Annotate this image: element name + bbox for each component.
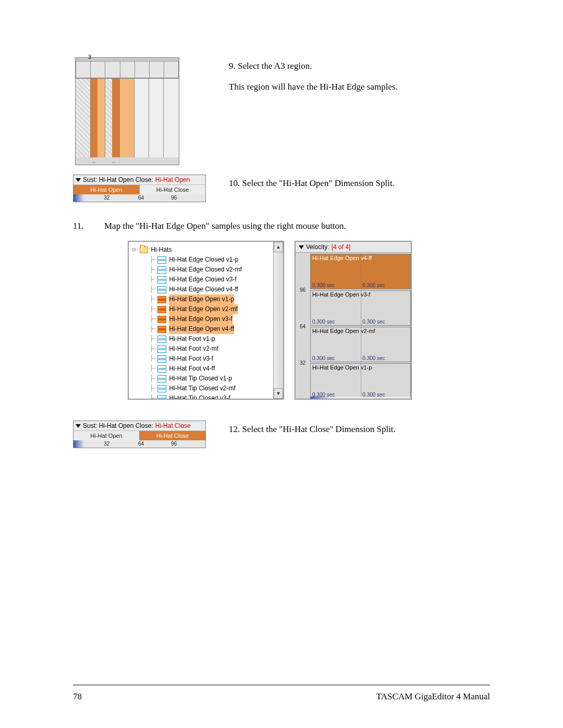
step12-figure: Sust: Hi-Hat Open Close: Hi-Hat Close Hi… [73, 421, 211, 448]
dimension-header-value: Hi-Hat Open [155, 176, 190, 183]
tree-item[interactable]: ├┈Hi-Hat Foot v1-p [132, 334, 272, 344]
split-hi-hat-close[interactable]: Hi-Hat Close [140, 431, 205, 440]
velocity-header[interactable]: Velocity: [4 of 4] [296, 242, 411, 253]
waveform-icon [157, 395, 166, 400]
step9-line2: This region will have the Hi-Hat Edge sa… [229, 80, 490, 94]
step12-row: Sust: Hi-Hat Open Close: Hi-Hat Close Hi… [73, 421, 490, 448]
step9-figure: 3 [73, 57, 211, 165]
tree-item[interactable]: ├┈Hi-Hat Edge Open v1-p [132, 294, 272, 304]
manual-title: TASCAM GigaEditor 4 Manual [376, 692, 490, 702]
footer: 78 TASCAM GigaEditor 4 Manual [73, 692, 490, 702]
velocity-grid[interactable]: 96 64 32 Hi-Hat Edge Open v4-ff0.300 sec… [296, 254, 411, 399]
page-number: 78 [73, 692, 82, 702]
tree-item[interactable]: ├┈Hi-Hat Edge Closed v1-p [132, 255, 272, 265]
tree-item-label: Hi-Hat Edge Open v3-f [169, 314, 232, 324]
tree-item-label: Hi-Hat Edge Closed v3-f [169, 275, 236, 285]
tree-item[interactable]: ├┈Hi-Hat Foot v3-f [132, 354, 272, 364]
waveform-icon [157, 385, 166, 392]
waveform-icon [157, 336, 166, 343]
waveform-icon [157, 306, 166, 313]
tree-item[interactable]: ├┈Hi-Hat Tip Closed v3-f [132, 393, 272, 400]
tree-item[interactable]: ├┈Hi-Hat Edge Open v4-ff [132, 324, 272, 334]
tree-item[interactable]: ├┈Hi-Hat Tip Closed v1-p [132, 374, 272, 384]
velocity-panel: Velocity: [4 of 4] 96 64 32 Hi-Hat Edge … [295, 241, 412, 400]
tree-item-label: Hi-Hat Foot v2-mf [169, 344, 218, 354]
tree-item-label: Hi-Hat Edge Closed v1-p [169, 255, 238, 265]
tree-item-label: Hi-Hat Edge Open v1-p [169, 294, 234, 304]
velocity-cell-sec-left: 0.300 sec [312, 355, 335, 361]
dimension-splits[interactable]: Hi-Hat Open Hi-Hat Close [74, 431, 205, 440]
velocity-cell-title: Hi-Hat Edge Open v4-ff [312, 255, 372, 261]
velocity-cell[interactable]: Hi-Hat Edge Open v4-ff0.300 sec0.300 sec [310, 254, 411, 289]
tree-item[interactable]: ├┈Hi-Hat Edge Open v2-mf [132, 304, 272, 314]
sample-tree-body[interactable]: ⊟┈ Hi-Hats ├┈Hi-Hat Edge Closed v1-p├┈Hi… [129, 242, 274, 399]
tree-item[interactable]: ├┈Hi-Hat Edge Closed v4-ff [132, 285, 272, 294]
velocity-cell-title: Hi-Hat Edge Open v2-mf [312, 328, 375, 334]
dimension-header-value: Hi-Hat Close [155, 422, 191, 429]
tree-item-label: Hi-Hat Foot v1-p [169, 334, 215, 344]
waveform-icon [157, 296, 166, 303]
velocity-cell[interactable]: Hi-Hat Edge Open v3-f0.300 sec0.300 sec [310, 290, 411, 326]
folder-icon [140, 246, 148, 253]
step12-text: 12. Select the "Hi-Hat Close" Dimension … [229, 421, 490, 443]
chevron-down-icon [299, 245, 304, 249]
sample-tree-panel: ⊟┈ Hi-Hats ├┈Hi-Hat Edge Closed v1-p├┈Hi… [128, 241, 284, 400]
velocity-cell-sec-left: 0.300 sec [312, 282, 335, 288]
page: 3 [0, 0, 563, 728]
scroll-up-button[interactable]: ▲ [274, 242, 283, 252]
waveform-icon [157, 256, 166, 264]
dimension-splits[interactable]: Hi-Hat Open Hi-Hat Close [74, 185, 205, 194]
footer-rule [73, 685, 490, 685]
tree-item[interactable]: ├┈Hi-Hat Edge Closed v3-f [132, 275, 272, 285]
velocity-cell-sec-left: 0.300 sec [312, 319, 335, 325]
waveform-icon [157, 266, 166, 274]
octave-marker: 3 [88, 54, 91, 60]
tree-item-label: Hi-Hat Tip Closed v2-mf [169, 384, 235, 393]
scroll-down-button[interactable]: ▼ [274, 388, 283, 399]
waveform-icon [157, 375, 166, 382]
scrollbar[interactable]: ▲ ▼ [273, 242, 283, 399]
tree-item-label: Hi-Hat Tip Closed v3-f [169, 393, 230, 400]
step11-text: Map the "Hi-Hat Edge Open" samples using… [104, 221, 346, 231]
split-hi-hat-close[interactable]: Hi-Hat Close [140, 185, 205, 194]
split-hi-hat-open[interactable]: Hi-Hat Open [74, 185, 140, 194]
velocity-cell-title: Hi-Hat Edge Open v1-p [312, 364, 372, 371]
velocity-header-value: [4 of 4] [332, 243, 351, 251]
step10-row: Sust: Hi-Hat Open Close: Hi-Hat Open Hi-… [73, 175, 490, 202]
waveform-icon [157, 355, 166, 363]
tree-item-label: Hi-Hat Edge Open v2-mf [169, 304, 237, 314]
keyboard-region-figure: 3 [75, 57, 179, 165]
tree-root[interactable]: ⊟┈ Hi-Hats [132, 245, 272, 255]
step9-line1: 9. Select the A3 region. [229, 59, 490, 73]
dimension-ruler: 32 64 96 [74, 194, 205, 202]
tree-item[interactable]: ├┈Hi-Hat Foot v2-mf [132, 344, 272, 354]
velocity-cell[interactable]: Hi-Hat Edge Open v1-p0.300 sec0.300 sec [310, 363, 411, 399]
tree-item-label: Hi-Hat Edge Closed v4-ff [169, 285, 238, 294]
velocity-cell[interactable]: Hi-Hat Edge Open v2-mf0.300 sec0.300 sec [310, 327, 411, 362]
velocity-cell-title: Hi-Hat Edge Open v3-f [312, 291, 370, 298]
step10-line: 10. Select the "Hi-Hat Open" Dimension S… [229, 177, 490, 190]
velocity-cell-sec-right: 0.300 sec [362, 319, 385, 325]
waveform-icon [157, 346, 166, 353]
chevron-down-icon [76, 424, 81, 428]
step9-text: 9. Select the A3 region. This region wil… [229, 57, 490, 102]
dimension-header[interactable]: Sust: Hi-Hat Open Close: Hi-Hat Open [74, 175, 205, 185]
waveform-icon [157, 365, 166, 373]
step12-line: 12. Select the "Hi-Hat Close" Dimension … [229, 423, 490, 436]
dimension-header-label: Sust: Hi-Hat Open Close: [83, 176, 153, 183]
tree-item[interactable]: ├┈Hi-Hat Foot v4-ff [132, 364, 272, 374]
dimension-header[interactable]: Sust: Hi-Hat Open Close: Hi-Hat Close [74, 421, 205, 431]
tree-item[interactable]: ├┈Hi-Hat Edge Closed v2-mf [132, 265, 272, 275]
waveform-icon [157, 276, 166, 283]
waveform-icon [157, 286, 166, 293]
step10-text: 10. Select the "Hi-Hat Open" Dimension S… [229, 175, 490, 198]
split-hi-hat-open[interactable]: Hi-Hat Open [74, 431, 140, 440]
dimension-panel-close: Sust: Hi-Hat Open Close: Hi-Hat Close Hi… [73, 421, 206, 448]
tree-item[interactable]: ├┈Hi-Hat Edge Open v3-f [132, 314, 272, 324]
tree-item-label: Hi-Hat Edge Open v4-ff [169, 324, 234, 334]
dimension-panel-open: Sust: Hi-Hat Open Close: Hi-Hat Open Hi-… [73, 175, 206, 202]
tree-velocity-wrap: ⊟┈ Hi-Hats ├┈Hi-Hat Edge Closed v1-p├┈Hi… [128, 241, 490, 400]
tree-item-label: Hi-Hat Edge Closed v2-mf [169, 265, 241, 275]
tree-item[interactable]: ├┈Hi-Hat Tip Closed v2-mf [132, 384, 272, 393]
velocity-header-label: Velocity: [306, 243, 329, 251]
